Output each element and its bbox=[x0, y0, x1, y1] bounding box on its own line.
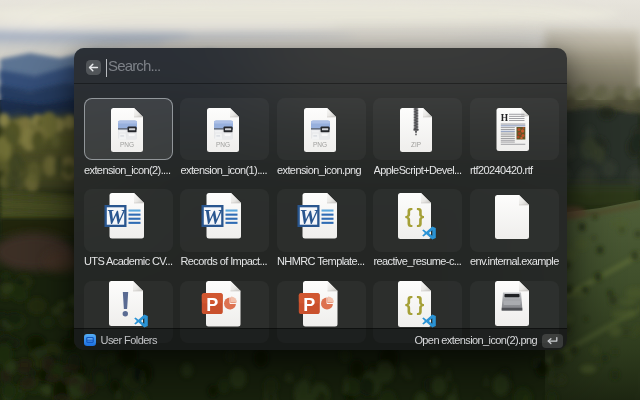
svg-text:}: } bbox=[417, 292, 425, 314]
svg-text:PNG: PNG bbox=[119, 140, 133, 147]
svg-text:{: { bbox=[405, 205, 413, 227]
svg-text:PNG: PNG bbox=[216, 140, 230, 147]
svg-text:P: P bbox=[303, 294, 315, 314]
svg-text:ZIP: ZIP bbox=[411, 141, 421, 148]
svg-text:{: { bbox=[405, 292, 413, 314]
svg-text:W: W bbox=[203, 205, 223, 229]
svg-text:H: H bbox=[500, 113, 508, 123]
svg-text:W: W bbox=[106, 205, 126, 229]
svg-text:PNG: PNG bbox=[312, 140, 326, 147]
svg-text:P: P bbox=[206, 294, 218, 314]
svg-text:W: W bbox=[299, 205, 319, 229]
svg-text:}: } bbox=[417, 205, 425, 227]
